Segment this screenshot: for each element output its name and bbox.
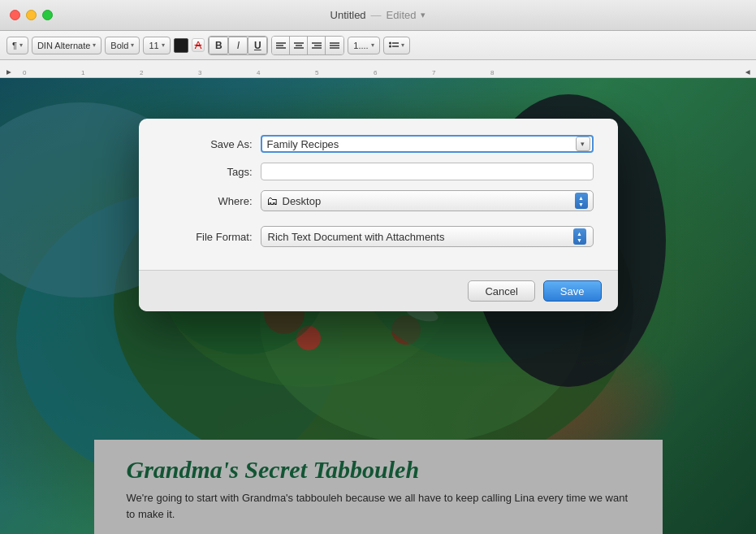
document-title: Untitled: [330, 9, 366, 21]
document-status: Edited: [387, 9, 417, 21]
where-value: Desktop: [283, 195, 570, 207]
save-button[interactable]: Save: [543, 280, 602, 302]
format-buttons: B I U: [208, 36, 268, 55]
folder-icon: 🗂: [266, 194, 278, 207]
align-right-button[interactable]: [308, 37, 326, 54]
align-justify-button[interactable]: [326, 37, 343, 54]
traffic-lights: [10, 10, 53, 20]
content-area: Grandma's Secret Tabbouleh We're going t…: [0, 78, 756, 534]
maximize-button[interactable]: [42, 10, 53, 20]
where-label: Where:: [163, 195, 253, 207]
alignment-buttons: [271, 36, 344, 55]
text-color-picker[interactable]: [174, 38, 188, 53]
save-as-input-wrapper: ▾: [261, 135, 594, 153]
save-dialog: Save As: ▾ Tags: Where: 🗂 Desk: [139, 119, 618, 311]
tags-input[interactable]: [261, 163, 594, 180]
save-as-input[interactable]: [261, 135, 594, 153]
list-bullet-btn[interactable]: ▾: [383, 37, 410, 54]
font-weight-selector[interactable]: Bold ▾: [105, 37, 140, 54]
dialog-footer: Cancel Save: [139, 270, 618, 311]
window-title: Untitled — Edited ▾: [330, 9, 426, 21]
font-family-selector[interactable]: DIN Alternate ▾: [32, 37, 102, 54]
paragraph-btn[interactable]: ¶ ▾: [6, 37, 28, 54]
italic-button[interactable]: I: [228, 37, 248, 54]
list-numbered-btn[interactable]: 1.... ▾: [348, 37, 379, 54]
title-bar: Untitled — Edited ▾: [0, 0, 756, 31]
format-arrows-icon: ▲ ▼: [573, 228, 586, 245]
svg-point-12: [389, 41, 391, 44]
align-left-button[interactable]: [272, 37, 290, 54]
tags-label: Tags:: [163, 166, 253, 178]
svg-point-14: [389, 45, 391, 47]
toolbar: ¶ ▾ DIN Alternate ▾ Bold ▾ 11 ▾ A B I U …: [0, 31, 756, 60]
where-dropdown[interactable]: 🗂 Desktop ▲ ▼: [261, 190, 594, 211]
where-arrows-icon: ▲ ▼: [575, 193, 588, 209]
title-separator: —: [371, 9, 382, 21]
strikethrough-button[interactable]: A: [192, 38, 205, 52]
title-dropdown-arrow[interactable]: ▾: [421, 10, 426, 20]
ruler: ▶ 0 1 2 3 4 5 6 7 8 ◀: [0, 60, 756, 78]
file-format-row: File Format: Rich Text Document with Att…: [163, 221, 594, 247]
modal-overlay: Save As: ▾ Tags: Where: 🗂 Desk: [0, 78, 756, 534]
save-as-dropdown-arrow[interactable]: ▾: [576, 137, 590, 151]
save-as-label: Save As:: [163, 138, 253, 150]
underline-button[interactable]: U: [248, 37, 267, 54]
file-format-label: File Format:: [163, 231, 253, 243]
align-center-button[interactable]: [290, 37, 308, 54]
cancel-button[interactable]: Cancel: [468, 280, 534, 302]
file-format-dropdown[interactable]: Rich Text Document with Attachments ▲ ▼: [261, 226, 594, 247]
close-button[interactable]: [10, 10, 20, 20]
font-size-selector[interactable]: 11 ▾: [143, 37, 170, 54]
bold-button[interactable]: B: [209, 37, 228, 54]
dialog-body: Save As: ▾ Tags: Where: 🗂 Desk: [139, 119, 618, 270]
file-format-value: Rich Text Document with Attachments: [268, 231, 573, 243]
minimize-button[interactable]: [26, 10, 37, 20]
where-row: Where: 🗂 Desktop ▲ ▼: [163, 190, 594, 211]
tags-row: Tags:: [163, 163, 594, 180]
save-as-row: Save As: ▾: [163, 135, 594, 153]
